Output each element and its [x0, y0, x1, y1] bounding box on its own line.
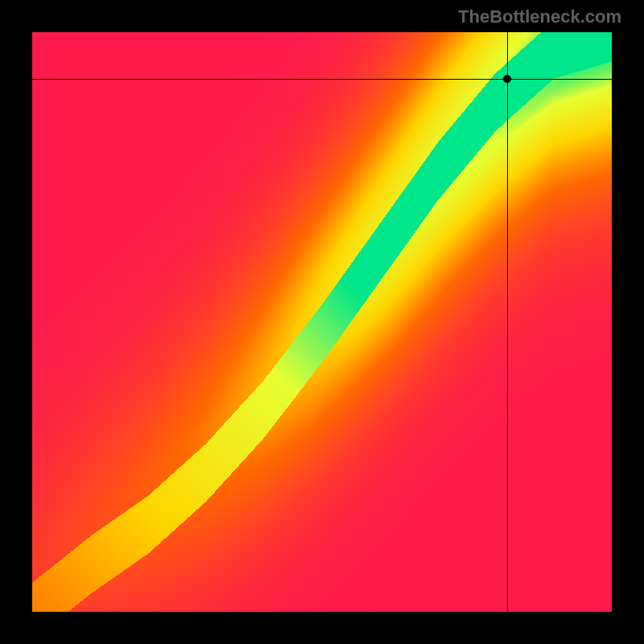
- marker-dot: [503, 75, 511, 83]
- crosshair-horizontal: [32, 79, 612, 80]
- heatmap-canvas: [32, 32, 612, 612]
- chart-container: TheBottleneck.com: [0, 0, 644, 644]
- crosshair-vertical: [507, 32, 508, 612]
- watermark-text: TheBottleneck.com: [458, 6, 621, 27]
- heatmap-chart: [32, 32, 612, 612]
